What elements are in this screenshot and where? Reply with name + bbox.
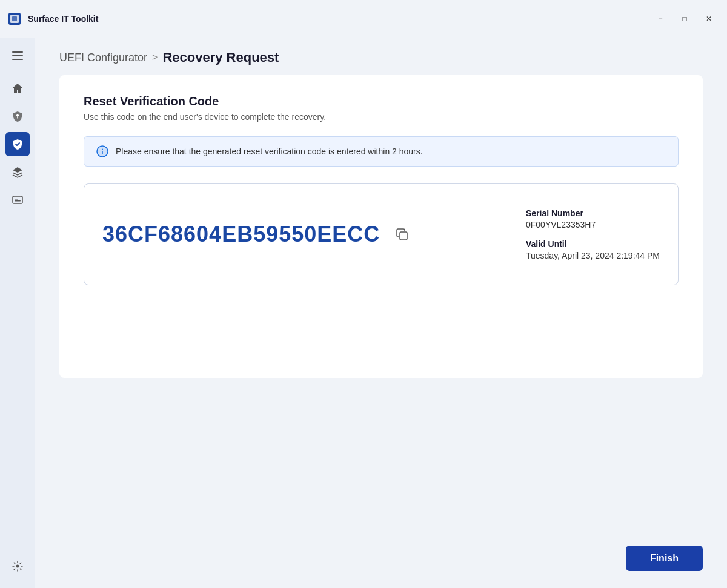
shield-upload-icon <box>12 110 24 122</box>
svg-point-9 <box>16 565 19 568</box>
svg-rect-8 <box>15 200 21 202</box>
valid-until-value: Tuesday, April 23, 2024 2:19:44 PM <box>526 251 660 260</box>
verification-code: 36CF68604EB59550EECC <box>102 222 380 247</box>
svg-rect-6 <box>13 196 22 203</box>
app-title: Surface IT Toolkit <box>28 14 98 24</box>
sidebar-item-settings[interactable] <box>5 554 30 578</box>
svg-rect-4 <box>12 55 23 56</box>
valid-until-label: Valid Until <box>526 239 660 249</box>
breadcrumb-parent[interactable]: UEFI Configurator <box>59 51 147 64</box>
hamburger-icon <box>12 51 23 60</box>
app-logo-icon <box>7 12 22 26</box>
title-bar: Surface IT Toolkit − □ ✕ <box>0 0 727 38</box>
valid-until-item: Valid Until Tuesday, April 23, 2024 2:19… <box>526 239 660 260</box>
title-bar-controls: − □ ✕ <box>649 10 720 28</box>
close-button[interactable]: ✕ <box>698 10 720 28</box>
code-left: 36CF68604EB59550EECC <box>102 222 526 247</box>
info-banner-text: Please ensure that the generated reset v… <box>116 147 423 156</box>
svg-point-13 <box>102 149 103 150</box>
sidebar-item-home[interactable] <box>5 76 30 101</box>
section-title: Reset Verification Code <box>84 94 679 108</box>
svg-rect-14 <box>400 232 407 240</box>
info-circle-icon <box>96 145 108 157</box>
serial-number-value: 0F00YVL23353H7 <box>526 220 660 230</box>
svg-rect-3 <box>12 51 23 53</box>
sidebar-item-update[interactable] <box>5 104 30 128</box>
copy-icon <box>396 228 409 241</box>
info-icon <box>12 194 24 206</box>
breadcrumb-separator: > <box>152 52 158 63</box>
sidebar-item-uefi[interactable] <box>5 132 30 156</box>
title-bar-left: Surface IT Toolkit <box>7 12 98 26</box>
code-box: 36CF68604EB59550EECC Serial Number 0F00Y… <box>84 183 679 285</box>
copy-code-button[interactable] <box>392 224 413 245</box>
breadcrumb: UEFI Configurator > Recovery Request <box>35 38 727 75</box>
shield-check-icon <box>12 138 24 150</box>
svg-rect-2 <box>12 16 17 21</box>
maximize-button[interactable]: □ <box>674 10 695 28</box>
svg-rect-5 <box>12 59 23 60</box>
content-area: UEFI Configurator > Recovery Request Res… <box>35 38 727 588</box>
sidebar-item-deploy[interactable] <box>5 160 30 184</box>
info-banner: Please ensure that the generated reset v… <box>84 136 679 167</box>
sidebar <box>0 38 35 588</box>
svg-rect-12 <box>102 151 103 154</box>
home-icon <box>12 82 24 94</box>
layers-icon <box>12 166 24 178</box>
sidebar-item-toolkit[interactable] <box>5 188 30 212</box>
card-area: Reset Verification Code Use this code on… <box>59 75 703 378</box>
finish-button[interactable]: Finish <box>626 546 703 571</box>
svg-rect-7 <box>15 199 18 200</box>
gear-icon <box>12 560 24 572</box>
hamburger-menu[interactable] <box>5 44 30 68</box>
finish-btn-container: Finish <box>626 546 703 571</box>
serial-number-label: Serial Number <box>526 208 660 218</box>
code-right: Serial Number 0F00YVL23353H7 Valid Until… <box>526 208 660 260</box>
serial-number-item: Serial Number 0F00YVL23353H7 <box>526 208 660 230</box>
breadcrumb-current: Recovery Request <box>162 50 279 65</box>
minimize-button[interactable]: − <box>649 10 671 28</box>
section-subtitle: Use this code on the end user's device t… <box>84 112 679 122</box>
main-layout: UEFI Configurator > Recovery Request Res… <box>0 38 727 588</box>
